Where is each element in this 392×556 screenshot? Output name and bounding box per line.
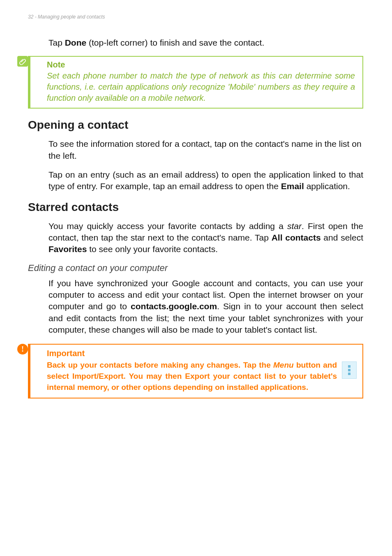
page-header-text: 32 - Managing people and contacts (28, 14, 105, 20)
edit-p: If you have synchronized your Google acc… (48, 278, 363, 336)
important-title: Important (47, 349, 357, 358)
page-32: 32 - Managing people and contacts Tap Do… (0, 0, 392, 556)
intro-post: (top-left corner) to finish and save the… (86, 38, 264, 47)
note-body: Set each phone number to match the type … (47, 70, 355, 104)
menu-dot (348, 369, 350, 371)
open-p1: To see the information stored for a cont… (48, 138, 363, 162)
menu-dot (348, 373, 350, 375)
starred-pre: You may quickly access your favorite con… (48, 221, 287, 231)
menu-dots-icon (342, 361, 357, 379)
starred-fav: Favorites (48, 244, 87, 254)
heading-editing-computer: Editing a contact on your computer (28, 263, 363, 273)
menu-dot (348, 365, 350, 368)
heading-starred-contacts: Starred contacts (28, 201, 363, 214)
page-header: 32 - Managing people and contacts (28, 14, 363, 20)
starred-post: to see only your favorite contacts. (87, 244, 218, 254)
important-menu: Menu (273, 361, 294, 369)
starred-mid2: and select (321, 233, 363, 242)
starred-p: You may quickly access your favorite con… (48, 220, 363, 255)
open-p2-bold: Email (281, 181, 304, 191)
open-p2: Tap on an entry (such as an email addres… (48, 169, 363, 192)
heading-opening-contact: Opening a contact (28, 118, 363, 132)
starred-star: star (287, 221, 302, 231)
note-callout: Note Set each phone number to match the … (28, 56, 363, 109)
intro-pre: Tap (48, 38, 65, 47)
intro-line: Tap Done (top-left corner) to finish and… (48, 37, 363, 49)
important-row: Back up your contacts before making any … (47, 360, 357, 393)
exclamation-icon: ! (17, 344, 28, 354)
starred-all: All contacts (272, 233, 321, 242)
paperclip-icon (17, 56, 28, 67)
open-p2-post: application. (304, 181, 350, 191)
note-title: Note (47, 60, 355, 70)
important-body: Back up your contacts before making any … (47, 360, 337, 393)
edit-link: contacts.google.com (131, 301, 217, 311)
important-pre: Back up your contacts before making any … (47, 361, 273, 369)
important-callout: ! Important Back up your contacts before… (28, 344, 363, 398)
intro-bold: Done (65, 38, 87, 47)
